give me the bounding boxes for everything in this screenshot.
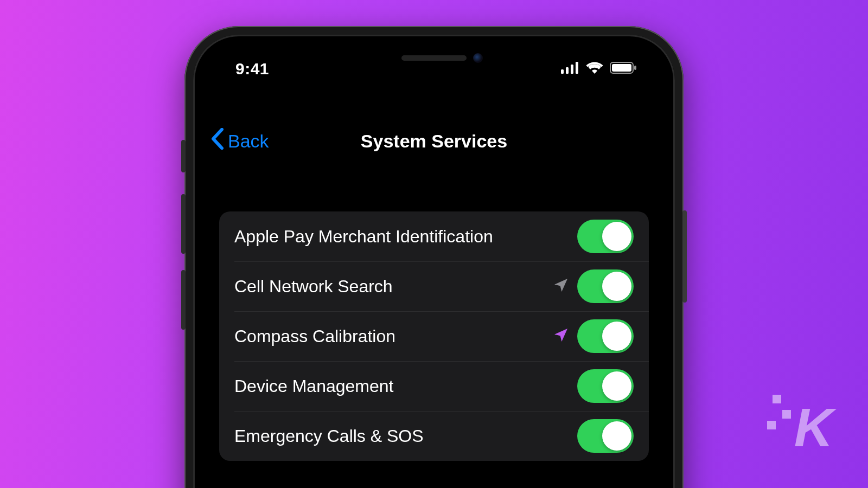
svg-rect-3 bbox=[576, 62, 578, 74]
chevron-left-icon bbox=[210, 128, 225, 154]
phone-bezel: 9:41 bbox=[193, 35, 675, 488]
setting-row: Cell Network Search bbox=[219, 261, 649, 311]
navigation-bar: Back System Services bbox=[202, 119, 666, 163]
screen: 9:41 bbox=[202, 43, 666, 488]
toggle-knob bbox=[602, 421, 631, 451]
mute-switch bbox=[181, 140, 186, 172]
toggle-knob bbox=[602, 371, 631, 401]
toggle-switch[interactable] bbox=[577, 419, 634, 453]
watermark-dot bbox=[782, 410, 791, 419]
toggle-knob bbox=[602, 222, 631, 251]
toggle-switch[interactable] bbox=[577, 369, 634, 403]
toggle-switch[interactable] bbox=[577, 269, 634, 303]
location-arrow-icon bbox=[552, 277, 577, 296]
battery-icon bbox=[610, 62, 637, 74]
toggle-switch[interactable] bbox=[577, 220, 634, 253]
toggle-knob bbox=[602, 272, 631, 301]
svg-rect-0 bbox=[561, 69, 564, 74]
svg-rect-2 bbox=[571, 65, 573, 74]
speaker-grille bbox=[401, 55, 467, 61]
settings-group: Apple Pay Merchant IdentificationCell Ne… bbox=[219, 211, 649, 461]
status-icons bbox=[561, 60, 637, 74]
svg-rect-6 bbox=[634, 66, 636, 70]
setting-label: Emergency Calls & SOS bbox=[234, 426, 577, 446]
watermark-dot bbox=[773, 395, 781, 403]
location-arrow-icon bbox=[552, 326, 577, 346]
setting-label: Compass Calibration bbox=[234, 326, 552, 346]
power-button bbox=[682, 210, 687, 303]
setting-row: Device Management bbox=[219, 361, 649, 411]
setting-row: Emergency Calls & SOS bbox=[219, 411, 649, 461]
toggle-knob bbox=[602, 322, 631, 351]
back-button[interactable]: Back bbox=[210, 128, 269, 154]
back-label: Back bbox=[228, 131, 269, 152]
svg-rect-1 bbox=[566, 67, 569, 74]
volume-down-button bbox=[181, 270, 186, 330]
notch bbox=[336, 43, 532, 75]
svg-rect-5 bbox=[612, 64, 631, 72]
toggle-switch[interactable] bbox=[577, 319, 634, 353]
cellular-signal-icon bbox=[561, 62, 579, 74]
setting-label: Apple Pay Merchant Identification bbox=[234, 227, 577, 247]
volume-up-button bbox=[181, 194, 186, 254]
setting-label: Cell Network Search bbox=[234, 277, 552, 297]
setting-row: Apple Pay Merchant Identification bbox=[219, 211, 649, 261]
watermark-logo: K bbox=[794, 400, 831, 454]
setting-row: Compass Calibration bbox=[219, 311, 649, 361]
wifi-icon bbox=[586, 62, 603, 74]
status-time: 9:41 bbox=[235, 60, 269, 78]
setting-label: Device Management bbox=[234, 376, 577, 396]
phone-frame: 9:41 bbox=[184, 26, 684, 488]
page-title: System Services bbox=[210, 131, 658, 152]
watermark-dot bbox=[767, 421, 776, 429]
front-camera bbox=[473, 53, 483, 63]
